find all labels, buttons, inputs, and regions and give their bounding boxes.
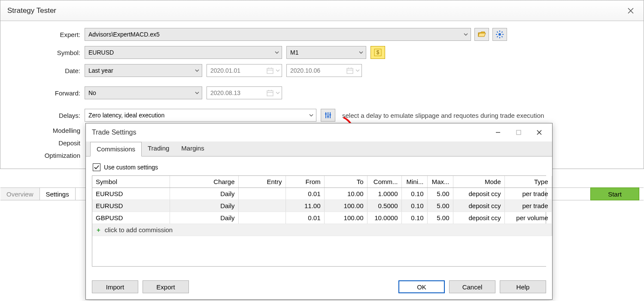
chevron-down-icon (195, 89, 199, 96)
maximize-icon (516, 129, 522, 135)
chevron-down-icon (464, 31, 468, 38)
svg-rect-11 (267, 68, 273, 74)
close-icon (536, 129, 542, 135)
window-title: Strategy Tester (4, 6, 56, 15)
col-from: From (286, 176, 324, 188)
svg-rect-30 (516, 130, 521, 135)
table-row[interactable]: GBPUSD Daily 0.01 100.00 10.0000 0.10 5.… (92, 212, 552, 224)
date-to-value: 2020.10.06 (290, 67, 346, 74)
open-folder-button[interactable] (474, 28, 489, 41)
dialog-tabs: Commissions Trading Margins (86, 141, 552, 157)
chevron-down-icon (309, 112, 313, 119)
expert-label: Expert: (8, 31, 85, 38)
svg-line-5 (497, 32, 498, 33)
expert-value: Advisors\ExpertMACD.ex5 (88, 31, 160, 38)
date-to-input[interactable]: 2020.10.06 (286, 64, 362, 77)
col-mode: Mode (453, 176, 504, 188)
trade-settings-button[interactable] (321, 109, 335, 122)
table-row[interactable]: EURUSD Daily 0.01 10.00 1.0000 0.10 5.00… (92, 188, 552, 200)
svg-point-28 (329, 114, 331, 116)
maximize-button[interactable] (508, 125, 529, 140)
date-from-input[interactable]: 2020.01.01 (207, 64, 282, 77)
expert-settings-button[interactable] (492, 28, 507, 41)
add-commission-row[interactable]: +click to add commission (92, 224, 552, 236)
import-button[interactable]: Import (92, 280, 138, 293)
plus-icon: + (97, 226, 100, 233)
gear-icon (496, 31, 504, 38)
col-mini: Mini... (401, 176, 427, 188)
svg-point-0 (498, 33, 501, 36)
chevron-down-icon (195, 67, 199, 74)
forward-date-input[interactable]: 2020.08.13 (207, 86, 282, 99)
delays-help-text: select a delay to emulate slippage and r… (342, 112, 544, 119)
cancel-button[interactable]: Cancel (449, 280, 495, 293)
tab-settings[interactable]: Settings (40, 188, 76, 200)
chevron-down-icon (276, 89, 280, 96)
calendar-icon (346, 67, 354, 74)
period-value: M1 (290, 49, 298, 56)
forward-select[interactable]: No (85, 86, 202, 99)
expert-select[interactable]: Advisors\ExpertMACD.ex5 (85, 28, 471, 41)
chevron-down-icon (276, 67, 280, 74)
grid-header-row: Symbol Charge Entry From To Comm... Mini… (92, 176, 552, 188)
svg-rect-15 (347, 68, 353, 74)
use-custom-checkbox[interactable] (93, 163, 100, 171)
chart-currency-button[interactable]: $ (371, 46, 385, 59)
svg-line-7 (501, 32, 502, 33)
dollar-icon: $ (374, 49, 382, 56)
col-to: To (324, 176, 367, 188)
calendar-icon (266, 67, 274, 74)
dialog-body: Use custom settings Symbol Charge Entry … (86, 157, 552, 272)
col-type: Type (504, 176, 552, 188)
col-symbol: Symbol (92, 176, 170, 188)
svg-point-27 (327, 116, 329, 117)
dialog-button-bar: Import Export OK Cancel Help (86, 276, 552, 299)
optimization-label: Optimization (8, 152, 85, 159)
folder-open-icon (477, 31, 486, 38)
forward-value: No (88, 89, 96, 96)
commissions-grid[interactable]: Symbol Charge Entry From To Comm... Mini… (92, 175, 546, 267)
svg-line-6 (501, 36, 502, 37)
svg-point-26 (325, 113, 327, 115)
symbol-value: EURUSD (88, 49, 114, 56)
use-custom-label: Use custom settings (104, 164, 158, 171)
help-button[interactable]: Help (500, 280, 546, 293)
modelling-label: Modelling (8, 127, 85, 134)
forward-label: Forward: (8, 89, 85, 97)
close-button[interactable] (621, 4, 640, 17)
chevron-down-icon (275, 49, 279, 56)
export-button[interactable]: Export (143, 280, 189, 293)
col-charge: Charge (170, 176, 238, 188)
tab-overview[interactable]: Overview (0, 188, 40, 200)
ok-button[interactable]: OK (398, 280, 445, 293)
minimize-button[interactable] (488, 125, 508, 140)
trade-settings-dialog: Trade Settings Commissions Trading Margi… (85, 123, 553, 300)
svg-rect-19 (267, 91, 273, 96)
tab-trading[interactable]: Trading (142, 141, 175, 156)
svg-line-8 (497, 36, 498, 37)
delays-select[interactable]: Zero latency, ideal execution (85, 109, 316, 122)
delays-label: Delays: (8, 112, 85, 119)
check-icon (94, 165, 99, 170)
dialog-titlebar: Trade Settings (86, 123, 552, 141)
col-comm: Comm... (367, 176, 401, 188)
period-select[interactable]: M1 (286, 46, 366, 59)
date-range-select[interactable]: Last year (85, 64, 202, 77)
titlebar: Strategy Tester (0, 0, 644, 21)
forward-date-value: 2020.08.13 (210, 89, 266, 96)
tab-margins[interactable]: Margins (175, 141, 210, 156)
table-row[interactable]: EURUSD Daily 11.00 100.00 0.5000 0.10 5.… (92, 200, 552, 212)
col-entry: Entry (238, 176, 286, 188)
deposit-label: Deposit (8, 139, 85, 147)
chevron-down-icon (355, 67, 360, 74)
symbol-select[interactable]: EURUSD (85, 46, 282, 59)
dialog-close-button[interactable] (529, 125, 550, 140)
start-button[interactable]: Start (590, 187, 639, 200)
sliders-icon (324, 111, 332, 119)
date-label: Date: (8, 67, 85, 74)
tab-commissions[interactable]: Commissions (90, 142, 142, 157)
close-icon (628, 8, 634, 14)
date-from-value: 2020.01.01 (210, 67, 266, 74)
symbol-label: Symbol: (8, 49, 85, 56)
col-max: Max... (427, 176, 453, 188)
